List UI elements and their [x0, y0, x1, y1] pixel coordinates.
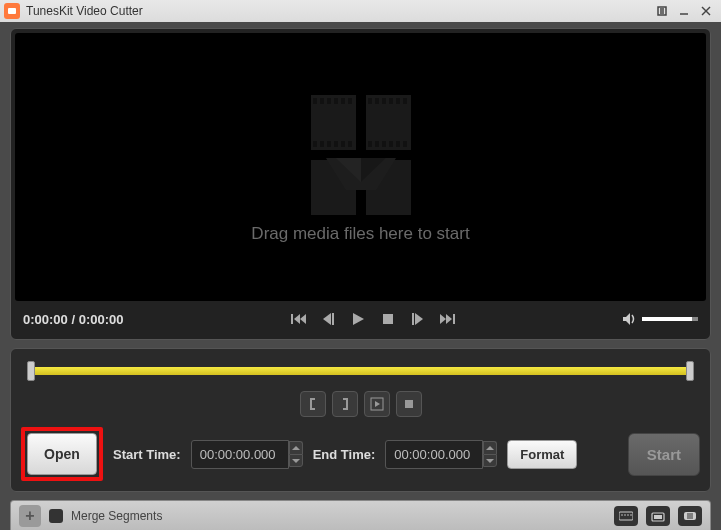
svg-marker-57 [486, 446, 494, 450]
svg-point-63 [630, 514, 632, 516]
svg-rect-12 [313, 98, 317, 104]
svg-rect-14 [327, 98, 331, 104]
open-highlight: Open [21, 427, 103, 481]
svg-marker-58 [486, 459, 494, 463]
svg-rect-34 [396, 141, 400, 147]
svg-rect-21 [389, 98, 393, 104]
set-end-bracket-icon[interactable] [332, 391, 358, 417]
stop-icon[interactable] [377, 308, 399, 330]
list-icon[interactable] [678, 506, 702, 526]
app-title: TunesKit Video Cutter [26, 4, 143, 18]
svg-rect-22 [396, 98, 400, 104]
add-segment-button[interactable]: + [19, 505, 41, 527]
volume-slider[interactable] [642, 317, 698, 321]
timeline-selection [29, 367, 692, 375]
end-time-input[interactable]: 00:00:00.000 [385, 440, 497, 469]
merge-label: Merge Segments [71, 509, 162, 523]
chevron-up-icon[interactable] [289, 441, 303, 454]
stop-selection-icon[interactable] [396, 391, 422, 417]
svg-rect-30 [368, 141, 372, 147]
svg-rect-13 [320, 98, 324, 104]
svg-rect-17 [348, 98, 352, 104]
svg-rect-54 [405, 400, 413, 408]
svg-rect-24 [313, 141, 317, 147]
app-icon [4, 3, 20, 19]
film-strip-icon [276, 90, 446, 220]
start-button[interactable]: Start [628, 433, 700, 476]
timeline-handle-end[interactable] [686, 361, 694, 381]
svg-marker-40 [294, 314, 300, 324]
svg-rect-59 [619, 512, 633, 520]
video-drop-area[interactable]: Drag media files here to start [15, 33, 706, 301]
step-forward-icon[interactable] [407, 308, 429, 330]
volume-control[interactable] [622, 311, 698, 327]
play-selection-icon[interactable] [364, 391, 390, 417]
prev-segment-icon[interactable] [287, 308, 309, 330]
svg-rect-35 [403, 141, 407, 147]
svg-marker-53 [375, 401, 380, 407]
chevron-up-icon[interactable] [483, 441, 497, 454]
step-back-icon[interactable] [317, 308, 339, 330]
svg-rect-18 [368, 98, 372, 104]
end-time-label: End Time: [313, 447, 376, 462]
svg-rect-33 [389, 141, 393, 147]
open-button[interactable]: Open [27, 433, 97, 475]
svg-point-61 [624, 514, 626, 516]
svg-rect-46 [412, 313, 414, 325]
svg-rect-39 [291, 314, 293, 324]
volume-icon [622, 311, 638, 327]
svg-rect-0 [8, 8, 16, 14]
svg-rect-20 [382, 98, 386, 104]
playback-controls: 0:00:00 / 0:00:00 [15, 301, 706, 335]
play-icon[interactable] [347, 308, 369, 330]
svg-marker-55 [292, 446, 300, 450]
format-button[interactable]: Format [507, 440, 577, 469]
svg-rect-27 [334, 141, 338, 147]
svg-rect-16 [341, 98, 345, 104]
start-time-label: Start Time: [113, 447, 181, 462]
svg-marker-56 [292, 459, 300, 463]
minimize-icon[interactable] [673, 2, 695, 20]
trim-panel: Open Start Time: 00:00:00.000 End Time: … [10, 348, 711, 492]
svg-rect-32 [382, 141, 386, 147]
svg-rect-15 [334, 98, 338, 104]
output-folder-icon[interactable] [646, 506, 670, 526]
svg-rect-19 [375, 98, 379, 104]
svg-rect-45 [383, 314, 393, 324]
svg-marker-47 [415, 313, 423, 325]
next-segment-icon[interactable] [437, 308, 459, 330]
svg-marker-49 [446, 314, 452, 324]
chevron-down-icon[interactable] [483, 454, 497, 467]
titlebar: TunesKit Video Cutter [0, 0, 721, 22]
svg-rect-23 [403, 98, 407, 104]
svg-point-62 [627, 514, 629, 516]
merge-checkbox[interactable] [49, 509, 63, 523]
svg-rect-29 [348, 141, 352, 147]
video-panel: Drag media files here to start 0:00:00 /… [10, 28, 711, 340]
drop-hint-text: Drag media files here to start [251, 224, 469, 244]
segments-bar: + Merge Segments [10, 500, 711, 530]
svg-rect-43 [332, 313, 334, 325]
chevron-down-icon[interactable] [289, 454, 303, 467]
svg-rect-65 [654, 515, 662, 519]
svg-marker-44 [353, 313, 364, 325]
close-icon[interactable] [695, 2, 717, 20]
svg-marker-42 [323, 313, 331, 325]
svg-rect-28 [341, 141, 345, 147]
time-display: 0:00:00 / 0:00:00 [23, 312, 123, 327]
svg-rect-25 [320, 141, 324, 147]
set-start-bracket-icon[interactable] [300, 391, 326, 417]
keyboard-icon[interactable] [614, 506, 638, 526]
menu-icon[interactable] [651, 2, 673, 20]
svg-marker-48 [440, 314, 446, 324]
timeline-track[interactable] [27, 367, 694, 375]
svg-point-60 [621, 514, 623, 516]
svg-rect-26 [327, 141, 331, 147]
svg-marker-51 [623, 313, 630, 325]
svg-marker-41 [300, 314, 306, 324]
svg-rect-31 [375, 141, 379, 147]
timeline-handle-start[interactable] [27, 361, 35, 381]
start-time-input[interactable]: 00:00:00.000 [191, 440, 303, 469]
svg-rect-50 [453, 314, 455, 324]
